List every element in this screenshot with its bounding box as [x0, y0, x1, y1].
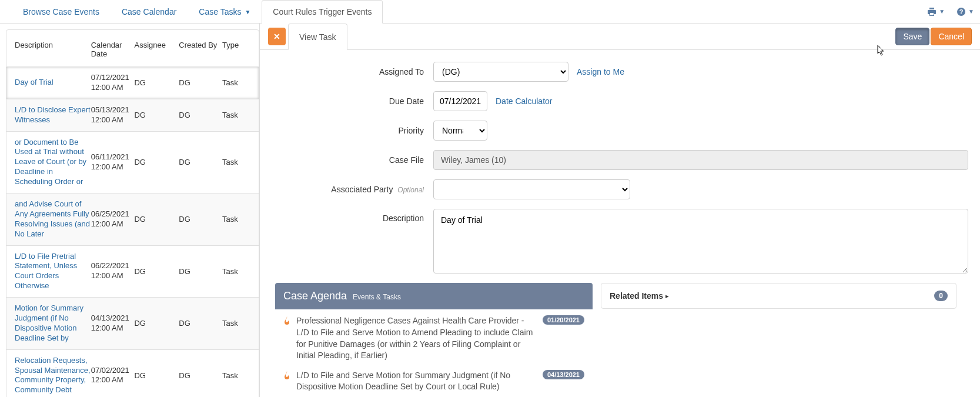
row-assignee: DG — [134, 371, 179, 380]
svg-text:?: ? — [959, 8, 964, 15]
case-file-label: Case File — [272, 155, 433, 165]
table-header-row: Description Calendar Date Assignee Creat… — [6, 29, 259, 67]
case-agenda-title: Case Agenda — [283, 290, 347, 302]
case-agenda-panel: Case Agenda Events & Tasks Professional … — [275, 283, 593, 395]
flame-icon — [283, 316, 290, 325]
agenda-item-text: L/D to File and Serve Motion for Summary… — [296, 370, 537, 393]
close-button[interactable]: ✕ — [268, 28, 286, 45]
case-file-readonly: Wiley, James (10) — [433, 150, 968, 170]
row-type: Task — [222, 319, 250, 328]
row-assignee: DG — [134, 267, 179, 276]
events-table-panel: Description Calendar Date Assignee Creat… — [0, 24, 260, 397]
row-assignee: DG — [134, 78, 179, 87]
due-date-input[interactable] — [433, 91, 487, 111]
row-created-by: DG — [179, 267, 222, 276]
table-row[interactable]: L/D to Disclose Expert Witnesses05/13/20… — [6, 99, 259, 132]
print-button[interactable]: ▼ — [927, 7, 945, 16]
row-description-link[interactable]: Motion for Summary Judgment (if No Dispo… — [15, 303, 91, 343]
related-items-count: 0 — [934, 291, 948, 301]
task-form: Assigned To (DG) Assign to Me Due Date D… — [260, 50, 980, 397]
task-detail-panel: ✕ View Task Save Cancel Assigned To (DG)… — [260, 24, 980, 397]
date-calculator-link[interactable]: Date Calculator — [496, 96, 553, 106]
agenda-item[interactable]: L/D to File and Serve Motion for Summary… — [275, 364, 593, 395]
related-items-title: Related Items — [610, 291, 663, 301]
row-date: 06/25/202112:00 AM — [91, 209, 135, 229]
row-type: Task — [222, 158, 250, 166]
tab-view-task[interactable]: View Task — [288, 24, 347, 50]
row-date: 07/02/202112:00 AM — [91, 366, 135, 386]
tab-case-calendar[interactable]: Case Calendar — [111, 0, 188, 23]
chevron-down-icon: ▼ — [245, 9, 250, 15]
tab-browse-case-events[interactable]: Browse Case Events — [12, 0, 111, 23]
row-description-link[interactable]: and Advise Court of Any Agreements Fully… — [15, 199, 91, 239]
row-type: Task — [222, 111, 250, 119]
row-description-link[interactable]: L/D to Disclose Expert Witnesses — [15, 105, 91, 125]
priority-label: Priority — [272, 126, 433, 135]
tab-case-tasks[interactable]: Case Tasks ▼ — [188, 0, 262, 23]
row-created-by: DG — [179, 371, 222, 380]
row-date: 07/12/202112:00 AM — [91, 73, 135, 93]
row-assignee: DG — [134, 215, 179, 223]
close-icon: ✕ — [273, 32, 280, 41]
table-body: Day of Trial07/12/202112:00 AMDGDGTaskL/… — [6, 67, 259, 397]
table-row[interactable]: and Advise Court of Any Agreements Fully… — [6, 194, 259, 246]
help-icon: ? — [956, 7, 966, 16]
table-row[interactable]: L/D to File Pretrial Statement, Unless C… — [6, 246, 259, 298]
row-date: 06/22/202112:00 AM — [91, 261, 135, 281]
associated-party-label: Associated Party Optional — [272, 185, 433, 194]
row-created-by: DG — [179, 319, 222, 328]
row-description-link[interactable]: Day of Trial — [15, 78, 91, 88]
tab-case-tasks-label: Case Tasks — [199, 7, 241, 16]
col-header-created-by[interactable]: Created By — [179, 41, 222, 58]
col-header-calendar-date[interactable]: Calendar Date — [91, 41, 135, 58]
row-created-by: DG — [179, 215, 222, 223]
row-description-link[interactable]: Relocation Requests, Spousal Maintenance… — [15, 356, 91, 396]
row-date: 05/13/202112:00 AM — [91, 105, 135, 125]
associated-party-select[interactable] — [433, 179, 630, 199]
save-button[interactable]: Save — [895, 28, 929, 45]
assign-to-me-link[interactable]: Assign to Me — [577, 67, 624, 76]
description-textarea[interactable]: Day of Trial — [433, 209, 968, 273]
row-created-by: DG — [179, 158, 222, 166]
row-assignee: DG — [134, 111, 179, 119]
row-created-by: DG — [179, 78, 222, 87]
row-description-link[interactable]: or Document to Be Used at Trial without … — [15, 138, 91, 187]
cancel-button[interactable]: Cancel — [931, 28, 972, 45]
due-date-label: Due Date — [272, 96, 433, 106]
nav-tabs: Browse Case Events Case Calendar Case Ta… — [12, 0, 383, 23]
col-header-assignee[interactable]: Assignee — [134, 41, 179, 58]
row-type: Task — [222, 78, 250, 87]
table-row[interactable]: or Document to Be Used at Trial without … — [6, 132, 259, 194]
agenda-item[interactable]: Professional Negligence Cases Against He… — [275, 309, 593, 363]
row-description-link[interactable]: L/D to File Pretrial Statement, Unless C… — [15, 252, 91, 292]
row-date: 04/13/202112:00 AM — [91, 313, 135, 333]
chevron-down-icon: ▼ — [968, 8, 974, 15]
topbar-actions: ▼ ? ▼ — [927, 0, 974, 23]
row-assignee: DG — [134, 158, 179, 166]
top-navigation: Browse Case Events Case Calendar Case Ta… — [0, 0, 980, 24]
row-type: Task — [222, 267, 250, 276]
priority-select[interactable]: Normal — [433, 121, 487, 141]
agenda-item-date: 04/13/2021 — [543, 370, 584, 379]
chevron-right-icon: ▸ — [665, 292, 669, 300]
assigned-to-label: Assigned To — [272, 67, 433, 76]
row-created-by: DG — [179, 111, 222, 119]
agenda-item-text: Professional Negligence Cases Against He… — [296, 315, 537, 361]
row-assignee: DG — [134, 319, 179, 328]
description-label: Description — [272, 209, 433, 223]
detail-tabs: ✕ View Task Save Cancel — [260, 24, 980, 50]
help-button[interactable]: ? ▼ — [956, 7, 974, 16]
col-header-type[interactable]: Type — [222, 41, 250, 58]
assigned-to-select[interactable]: (DG) — [433, 62, 568, 82]
col-header-description[interactable]: Description — [15, 41, 91, 58]
table-row[interactable]: Motion for Summary Judgment (if No Dispo… — [6, 298, 259, 350]
tab-court-rules-trigger-events[interactable]: Court Rules Trigger Events — [262, 0, 383, 24]
case-agenda-subtitle: Events & Tasks — [353, 293, 401, 301]
chevron-down-icon: ▼ — [939, 8, 945, 15]
related-items-panel[interactable]: Related Items ▸ 0 — [601, 283, 956, 309]
case-agenda-header[interactable]: Case Agenda Events & Tasks — [275, 283, 593, 309]
table-row[interactable]: Relocation Requests, Spousal Maintenance… — [6, 350, 259, 397]
row-type: Task — [222, 371, 250, 380]
flame-icon — [283, 371, 290, 379]
table-row[interactable]: Day of Trial07/12/202112:00 AMDGDGTask — [6, 67, 259, 99]
